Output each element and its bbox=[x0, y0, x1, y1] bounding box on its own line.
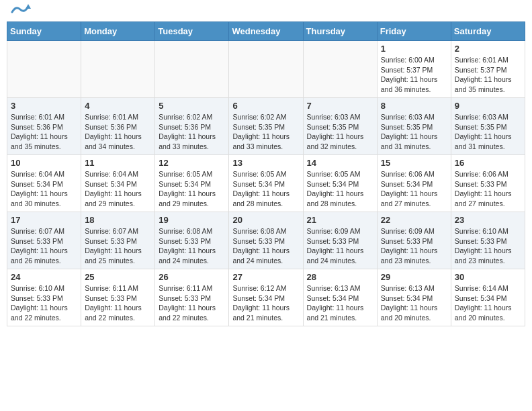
day-info: Sunrise: 6:02 AM Sunset: 5:35 PM Dayligh… bbox=[232, 112, 299, 152]
calendar-day-cell: 26Sunrise: 6:11 AM Sunset: 5:33 PM Dayli… bbox=[155, 269, 229, 326]
day-number: 11 bbox=[85, 158, 151, 168]
day-info: Sunrise: 6:02 AM Sunset: 5:36 PM Dayligh… bbox=[159, 112, 225, 152]
calendar-day-cell bbox=[303, 41, 377, 98]
calendar-day-cell: 30Sunrise: 6:14 AM Sunset: 5:34 PM Dayli… bbox=[451, 269, 525, 326]
day-info: Sunrise: 6:08 AM Sunset: 5:33 PM Dayligh… bbox=[159, 226, 225, 266]
day-info: Sunrise: 6:06 AM Sunset: 5:33 PM Dayligh… bbox=[455, 169, 521, 209]
day-number: 18 bbox=[85, 215, 151, 225]
day-number: 28 bbox=[307, 272, 373, 282]
day-info: Sunrise: 6:10 AM Sunset: 5:33 PM Dayligh… bbox=[455, 226, 521, 266]
day-number: 9 bbox=[455, 101, 521, 111]
day-number: 30 bbox=[455, 272, 521, 282]
day-info: Sunrise: 6:03 AM Sunset: 5:35 PM Dayligh… bbox=[455, 112, 521, 152]
day-info: Sunrise: 6:05 AM Sunset: 5:34 PM Dayligh… bbox=[159, 169, 225, 209]
calendar-header-row: SundayMondayTuesdayWednesdayThursdayFrid… bbox=[7, 22, 525, 41]
day-of-week-header: Thursday bbox=[303, 22, 377, 41]
day-info: Sunrise: 6:09 AM Sunset: 5:33 PM Dayligh… bbox=[307, 226, 373, 266]
day-info: Sunrise: 6:10 AM Sunset: 5:33 PM Dayligh… bbox=[11, 283, 77, 323]
calendar-day-cell: 27Sunrise: 6:12 AM Sunset: 5:34 PM Dayli… bbox=[229, 269, 303, 326]
calendar-day-cell: 3Sunrise: 6:01 AM Sunset: 5:36 PM Daylig… bbox=[7, 98, 81, 155]
calendar-day-cell: 4Sunrise: 6:01 AM Sunset: 5:36 PM Daylig… bbox=[81, 98, 155, 155]
day-of-week-header: Monday bbox=[81, 22, 155, 41]
calendar-week-row: 24Sunrise: 6:10 AM Sunset: 5:33 PM Dayli… bbox=[7, 269, 525, 326]
calendar-week-row: 10Sunrise: 6:04 AM Sunset: 5:34 PM Dayli… bbox=[7, 155, 525, 212]
day-number: 17 bbox=[11, 215, 77, 225]
day-info: Sunrise: 6:13 AM Sunset: 5:34 PM Dayligh… bbox=[381, 283, 447, 323]
calendar-day-cell: 9Sunrise: 6:03 AM Sunset: 5:35 PM Daylig… bbox=[451, 98, 525, 155]
day-info: Sunrise: 6:03 AM Sunset: 5:35 PM Dayligh… bbox=[307, 112, 373, 152]
calendar-day-cell: 11Sunrise: 6:04 AM Sunset: 5:34 PM Dayli… bbox=[81, 155, 155, 212]
day-of-week-header: Sunday bbox=[7, 22, 81, 41]
calendar-week-row: 3Sunrise: 6:01 AM Sunset: 5:36 PM Daylig… bbox=[7, 98, 525, 155]
day-number: 12 bbox=[159, 158, 225, 168]
calendar-day-cell: 12Sunrise: 6:05 AM Sunset: 5:34 PM Dayli… bbox=[155, 155, 229, 212]
calendar-day-cell: 21Sunrise: 6:09 AM Sunset: 5:33 PM Dayli… bbox=[303, 212, 377, 269]
day-info: Sunrise: 6:01 AM Sunset: 5:37 PM Dayligh… bbox=[455, 55, 521, 95]
day-number: 7 bbox=[307, 101, 373, 111]
day-info: Sunrise: 6:13 AM Sunset: 5:34 PM Dayligh… bbox=[307, 283, 373, 323]
day-info: Sunrise: 6:12 AM Sunset: 5:34 PM Dayligh… bbox=[232, 283, 299, 323]
day-of-week-header: Wednesday bbox=[229, 22, 303, 41]
day-info: Sunrise: 6:04 AM Sunset: 5:34 PM Dayligh… bbox=[11, 169, 77, 209]
calendar-day-cell: 22Sunrise: 6:09 AM Sunset: 5:33 PM Dayli… bbox=[377, 212, 451, 269]
day-info: Sunrise: 6:11 AM Sunset: 5:33 PM Dayligh… bbox=[85, 283, 151, 323]
day-number: 8 bbox=[381, 101, 447, 111]
calendar-day-cell: 2Sunrise: 6:01 AM Sunset: 5:37 PM Daylig… bbox=[451, 41, 525, 98]
calendar-day-cell: 5Sunrise: 6:02 AM Sunset: 5:36 PM Daylig… bbox=[155, 98, 229, 155]
calendar-day-cell: 18Sunrise: 6:07 AM Sunset: 5:33 PM Dayli… bbox=[81, 212, 155, 269]
day-number: 4 bbox=[85, 101, 151, 111]
day-number: 25 bbox=[85, 272, 151, 282]
day-info: Sunrise: 6:07 AM Sunset: 5:33 PM Dayligh… bbox=[85, 226, 151, 266]
day-number: 6 bbox=[232, 101, 299, 111]
calendar-day-cell: 24Sunrise: 6:10 AM Sunset: 5:33 PM Dayli… bbox=[7, 269, 81, 326]
day-info: Sunrise: 6:06 AM Sunset: 5:34 PM Dayligh… bbox=[381, 169, 447, 209]
day-info: Sunrise: 6:07 AM Sunset: 5:33 PM Dayligh… bbox=[11, 226, 77, 266]
calendar-day-cell bbox=[155, 41, 229, 98]
calendar-day-cell bbox=[81, 41, 155, 98]
calendar-table: SundayMondayTuesdayWednesdayThursdayFrid… bbox=[7, 21, 525, 326]
day-info: Sunrise: 6:14 AM Sunset: 5:34 PM Dayligh… bbox=[455, 283, 521, 323]
day-number: 26 bbox=[159, 272, 225, 282]
calendar-day-cell: 1Sunrise: 6:00 AM Sunset: 5:37 PM Daylig… bbox=[377, 41, 451, 98]
day-number: 1 bbox=[381, 44, 447, 54]
calendar-day-cell: 8Sunrise: 6:03 AM Sunset: 5:35 PM Daylig… bbox=[377, 98, 451, 155]
calendar-day-cell: 29Sunrise: 6:13 AM Sunset: 5:34 PM Dayli… bbox=[377, 269, 451, 326]
day-info: Sunrise: 6:01 AM Sunset: 5:36 PM Dayligh… bbox=[11, 112, 77, 152]
day-info: Sunrise: 6:05 AM Sunset: 5:34 PM Dayligh… bbox=[307, 169, 373, 209]
day-number: 24 bbox=[11, 272, 77, 282]
day-number: 10 bbox=[11, 158, 77, 168]
calendar-day-cell: 28Sunrise: 6:13 AM Sunset: 5:34 PM Dayli… bbox=[303, 269, 377, 326]
day-number: 29 bbox=[381, 272, 447, 282]
day-number: 3 bbox=[11, 101, 77, 111]
day-number: 23 bbox=[455, 215, 521, 225]
day-number: 16 bbox=[455, 158, 521, 168]
day-info: Sunrise: 6:09 AM Sunset: 5:33 PM Dayligh… bbox=[381, 226, 447, 266]
calendar-day-cell: 19Sunrise: 6:08 AM Sunset: 5:33 PM Dayli… bbox=[155, 212, 229, 269]
day-number: 21 bbox=[307, 215, 373, 225]
day-number: 27 bbox=[232, 272, 299, 282]
calendar-day-cell bbox=[229, 41, 303, 98]
day-info: Sunrise: 6:04 AM Sunset: 5:34 PM Dayligh… bbox=[85, 169, 151, 209]
day-info: Sunrise: 6:01 AM Sunset: 5:36 PM Dayligh… bbox=[85, 112, 151, 152]
calendar-day-cell: 20Sunrise: 6:08 AM Sunset: 5:33 PM Dayli… bbox=[229, 212, 303, 269]
day-info: Sunrise: 6:11 AM Sunset: 5:33 PM Dayligh… bbox=[159, 283, 225, 323]
calendar-week-row: 1Sunrise: 6:00 AM Sunset: 5:37 PM Daylig… bbox=[7, 41, 525, 98]
day-info: Sunrise: 6:05 AM Sunset: 5:34 PM Dayligh… bbox=[232, 169, 299, 209]
day-of-week-header: Tuesday bbox=[155, 22, 229, 41]
day-number: 14 bbox=[307, 158, 373, 168]
day-of-week-header: Saturday bbox=[451, 22, 525, 41]
day-number: 5 bbox=[159, 101, 225, 111]
day-info: Sunrise: 6:00 AM Sunset: 5:37 PM Dayligh… bbox=[381, 55, 447, 95]
calendar-day-cell: 10Sunrise: 6:04 AM Sunset: 5:34 PM Dayli… bbox=[7, 155, 81, 212]
day-info: Sunrise: 6:08 AM Sunset: 5:33 PM Dayligh… bbox=[232, 226, 299, 266]
calendar-week-row: 17Sunrise: 6:07 AM Sunset: 5:33 PM Dayli… bbox=[7, 212, 525, 269]
calendar-day-cell: 23Sunrise: 6:10 AM Sunset: 5:33 PM Dayli… bbox=[451, 212, 525, 269]
day-number: 2 bbox=[455, 44, 521, 54]
calendar-day-cell bbox=[7, 41, 81, 98]
logo-wave-icon bbox=[11, 3, 31, 16]
day-of-week-header: Friday bbox=[377, 22, 451, 41]
day-number: 15 bbox=[381, 158, 447, 168]
day-number: 13 bbox=[232, 158, 299, 168]
calendar-day-cell: 7Sunrise: 6:03 AM Sunset: 5:35 PM Daylig… bbox=[303, 98, 377, 155]
calendar-day-cell: 14Sunrise: 6:05 AM Sunset: 5:34 PM Dayli… bbox=[303, 155, 377, 212]
